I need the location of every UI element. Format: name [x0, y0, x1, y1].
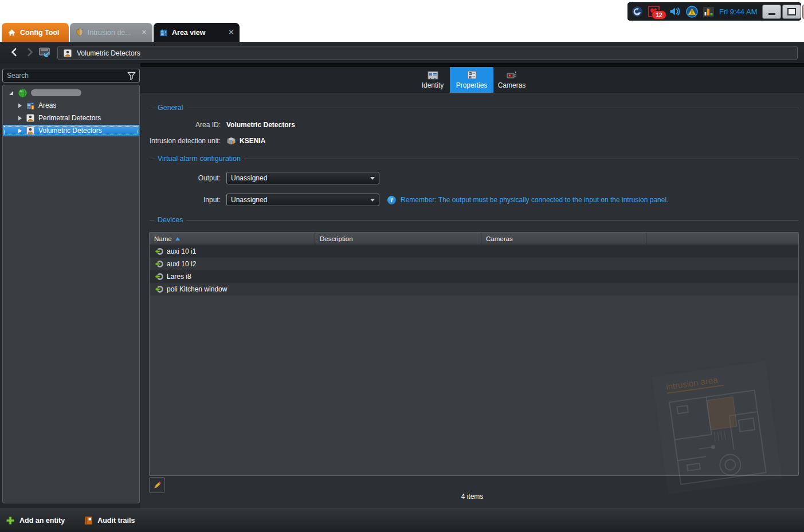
column-header-empty[interactable] [646, 232, 798, 245]
device-name: poli Kitchen window [167, 285, 227, 293]
status-bar: Add an entity Audit trails [0, 509, 804, 532]
filter-funnel-icon[interactable] [127, 72, 136, 80]
home-icon [7, 29, 16, 37]
tree-item-areas[interactable]: Areas [3, 100, 152, 111]
tab-identity[interactable]: Identity [415, 67, 450, 93]
column-header-cameras[interactable]: Cameras [481, 232, 646, 245]
input-pin-icon [154, 259, 163, 269]
section-title: Devices [158, 216, 183, 224]
intrusion-area-icon [26, 113, 35, 123]
output-label: Output: [140, 174, 221, 182]
system-tray: 12 Fri 9:44 AM ✕ [627, 2, 801, 21]
section-devices: Devices [150, 216, 798, 224]
table-row[interactable]: auxi 10 i2 [150, 258, 798, 270]
redacted-root-label [31, 89, 81, 96]
volume-icon[interactable] [669, 6, 681, 17]
areas-icon [26, 101, 35, 110]
tree-item-perimetral-detectors[interactable]: Perimetral Detectors [3, 112, 152, 124]
book-icon [84, 516, 93, 525]
table-row[interactable]: auxi 10 i1 [150, 245, 798, 258]
tab-label: Properties [456, 81, 488, 89]
intrusion-unit-value: KSENIA [226, 137, 265, 145]
section-title: Virtual alarm configuration [158, 155, 241, 163]
alert-count-badge: 12 [652, 10, 666, 19]
expander-collapsed-icon[interactable] [17, 115, 22, 121]
info-text: Remember: The output must be physically … [401, 196, 668, 204]
task-tab-bar: Config Tool Intrusion de... ✕ Area view … [0, 23, 804, 42]
tree-item-volumetric-detectors[interactable]: Volumetric Detectors [3, 125, 139, 136]
close-tab-icon[interactable]: ✕ [142, 29, 147, 36]
building-icon [159, 28, 168, 37]
tree-item-label: Areas [38, 101, 56, 109]
column-header-description[interactable]: Description [315, 232, 481, 245]
tab-label: Intrusion de... [88, 29, 131, 37]
output-dropdown[interactable]: Unassigned [226, 172, 379, 184]
entity-config-tabs: Identity Properties Cameras [140, 63, 804, 93]
audit-trails-button[interactable]: Audit trails [84, 516, 135, 525]
input-row: Input: Unassigned i Remember: The output… [140, 194, 668, 206]
expander-collapsed-icon[interactable] [17, 128, 22, 134]
navigation-bar: Volumetric Detectors [0, 42, 804, 64]
input-pin-icon [154, 272, 163, 281]
input-label: Input: [140, 196, 221, 204]
expander-expanded-icon[interactable] [8, 90, 14, 96]
item-count: 4 items [140, 492, 804, 501]
tab-intrusion-detection[interactable]: Intrusion de... ✕ [70, 23, 152, 42]
area-id-value: Volumetric Detectors [226, 121, 295, 129]
application-window: 12 Fri 9:44 AM ✕ [0, 0, 804, 532]
properties-icon [467, 70, 477, 80]
table-row[interactable]: Lares i8 [150, 270, 798, 283]
devices-table: Name Description Cameras auxi 10 i1 [149, 232, 799, 476]
add-entity-button[interactable]: Add an entity [6, 516, 65, 525]
input-dropdown[interactable]: Unassigned [226, 194, 379, 206]
pencil-icon [152, 480, 162, 490]
intrusion-area-icon [26, 126, 35, 135]
info-icon: i [387, 196, 396, 204]
audit-trails-label: Audit trails [97, 517, 135, 525]
chevron-down-icon [370, 177, 375, 180]
search-box [2, 69, 140, 82]
jump-to-view-icon[interactable] [38, 46, 52, 58]
breadcrumb[interactable]: Volumetric Detectors [57, 46, 798, 60]
output-value: Unassigned [231, 174, 267, 182]
resource-meter-icon[interactable] [703, 7, 714, 17]
column-header-name[interactable]: Name [150, 232, 315, 245]
area-id-row: Area ID: Volumetric Detectors [140, 120, 295, 130]
health-alerts-icon[interactable]: 12 [648, 6, 660, 17]
back-icon[interactable] [8, 46, 19, 58]
warning-status-icon[interactable] [686, 6, 698, 18]
tab-label: Cameras [498, 81, 526, 89]
minimize-button[interactable] [762, 5, 781, 19]
forward-icon[interactable] [24, 46, 36, 58]
search-input[interactable] [3, 72, 127, 80]
tree-item-label: Perimetral Detectors [38, 114, 101, 122]
app-area: Volumetric Detectors [0, 42, 804, 532]
device-name: auxi 10 i2 [167, 260, 196, 268]
tab-label: Identity [422, 81, 444, 89]
identity-icon [428, 71, 438, 80]
entity-tree: Areas Perimetral Detectors Volumetric De [2, 85, 140, 503]
section-title: General [158, 104, 183, 112]
tab-area-view[interactable]: Area view ✕ [154, 23, 240, 42]
expander-collapsed-icon[interactable] [17, 103, 22, 109]
properties-page: General Area ID: Volumetric Detectors In… [140, 93, 804, 532]
devices-table-header: Name Description Cameras [150, 232, 798, 245]
close-tab-icon[interactable]: ✕ [229, 29, 234, 36]
section-virtual-alarm: Virtual alarm configuration [150, 155, 798, 163]
area-id-label: Area ID: [140, 121, 221, 129]
tab-cameras[interactable]: Cameras [493, 67, 530, 93]
tab-label: Area view [172, 29, 205, 37]
edit-device-button[interactable] [149, 477, 165, 493]
breadcrumb-label: Volumetric Detectors [77, 49, 140, 57]
input-pin-icon [154, 285, 163, 294]
area-entity-icon [63, 49, 72, 58]
intrusion-unit-row: Intrusion detection unit: KSENIA [140, 136, 265, 146]
maximize-button[interactable] [782, 5, 801, 19]
tree-root-item[interactable] [3, 87, 143, 98]
intrusion-unit-label: Intrusion detection unit: [140, 137, 221, 145]
output-row: Output: Unassigned [140, 172, 379, 184]
section-general: General [150, 104, 798, 112]
tab-properties[interactable]: Properties [450, 67, 493, 93]
tab-config-tool[interactable]: Config Tool [2, 23, 69, 42]
table-row[interactable]: poli Kitchen window [150, 283, 798, 295]
